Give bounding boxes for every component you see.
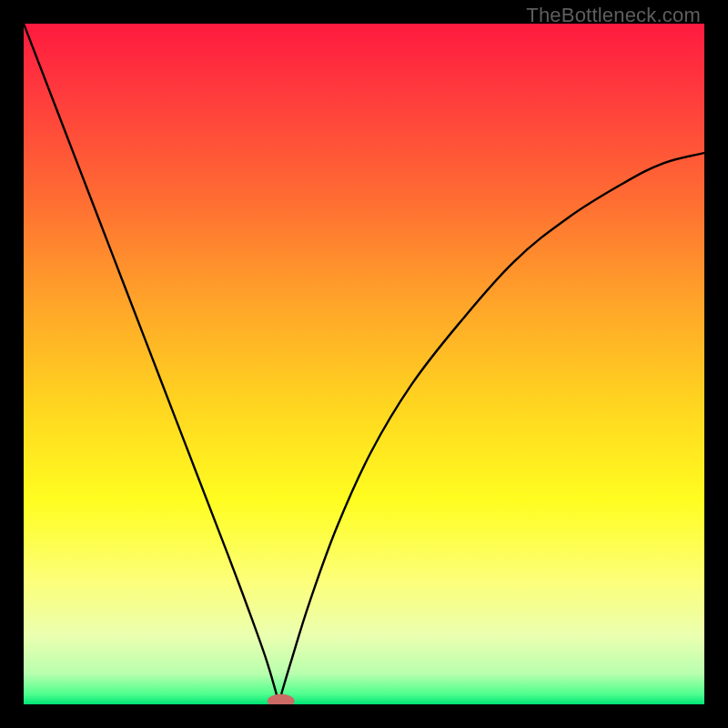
bottleneck-chart bbox=[24, 24, 704, 704]
chart-frame bbox=[24, 24, 704, 704]
chart-background bbox=[24, 24, 704, 704]
